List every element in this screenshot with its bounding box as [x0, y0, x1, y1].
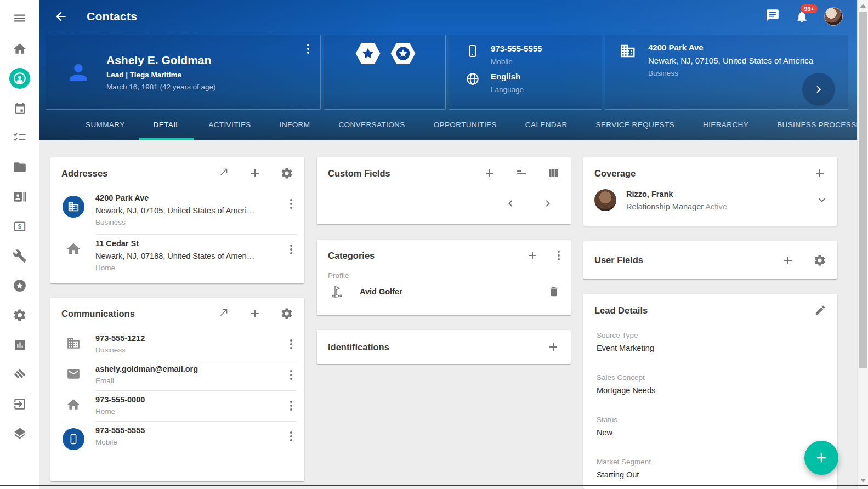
card-title: Lead Details	[594, 305, 648, 316]
sidebar-item-layers[interactable]	[12, 427, 27, 441]
tab-conversations[interactable]: CONVERSATIONS	[324, 111, 419, 140]
layers-icon	[13, 427, 27, 441]
add-icon[interactable]	[813, 167, 826, 180]
tab-hierarchy[interactable]: HIERARCHY	[689, 111, 763, 140]
address-row[interactable]: 4200 Park Ave Newark, NJ, 07105, United …	[50, 189, 304, 234]
language-value: English	[491, 72, 524, 81]
sidebar-item-billing[interactable]: $	[12, 219, 27, 234]
open-icon[interactable]	[218, 306, 230, 321]
tab-bar: SUMMARY DETAIL ACTIVITIES INFORM CONVERS…	[39, 111, 857, 140]
hexagon-star-badge[interactable]	[355, 42, 381, 65]
settings-gear-icon[interactable]	[280, 307, 293, 320]
add-icon[interactable]	[248, 167, 262, 180]
wrench-icon	[13, 249, 27, 263]
sidebar-item-calendar[interactable]	[12, 101, 27, 115]
tab-opportunities[interactable]: OPPORTUNITIES	[419, 111, 511, 140]
add-icon[interactable]	[547, 340, 560, 354]
home-icon	[13, 42, 27, 56]
communication-row[interactable]: ashely.goldman@email.org Email	[50, 360, 304, 390]
tab-calendar[interactable]: CALENDAR	[511, 111, 582, 140]
page-next-icon[interactable]	[541, 197, 554, 210]
settings-gear-icon[interactable]	[280, 167, 293, 180]
chevron-down-icon[interactable]	[815, 194, 829, 207]
header-next-button[interactable]	[802, 73, 835, 106]
quick-info-card: 973-555-5555 Mobile English Language	[449, 35, 602, 110]
tab-business-processes[interactable]: BUSINESS PROCESSES	[763, 111, 857, 140]
communication-value: 973-555-5555	[95, 426, 286, 435]
badges-card	[324, 35, 446, 110]
row-more-icon[interactable]	[290, 431, 292, 441]
communication-type: Business	[95, 346, 286, 354]
email-icon	[61, 367, 86, 381]
tab-summary[interactable]: SUMMARY	[71, 111, 139, 140]
sidebar-item-tools[interactable]	[12, 249, 27, 263]
address-row[interactable]: 11 Cedar St Newark, NJ, 07188, United St…	[50, 235, 304, 280]
coverage-avatar	[594, 189, 616, 211]
lead-field: Source Type Event Marketing	[597, 331, 824, 352]
communication-type: Home	[95, 407, 286, 416]
add-icon[interactable]	[483, 167, 496, 180]
edit-pencil-icon[interactable]	[814, 304, 826, 316]
language-row[interactable]: English Language	[449, 71, 602, 99]
communication-row[interactable]: 973-555-0000 Home	[50, 391, 304, 421]
user-avatar[interactable]	[824, 7, 843, 26]
page-prev-icon[interactable]	[504, 197, 517, 210]
communication-row[interactable]: 973-555-5555 Mobile	[50, 422, 304, 456]
row-more-icon[interactable]	[290, 401, 292, 411]
sidebar-item-directory[interactable]	[12, 190, 27, 204]
row-more-icon[interactable]	[290, 370, 292, 380]
sort-icon[interactable]	[515, 167, 528, 180]
communication-row[interactable]: 973-555-1212 Business	[50, 329, 304, 360]
tab-inform[interactable]: INFORM	[265, 111, 325, 140]
tab-service-requests[interactable]: SERVICE REQUESTS	[582, 111, 689, 140]
trash-icon[interactable]	[548, 286, 560, 298]
columns-icon[interactable]	[547, 167, 560, 180]
sidebar-item-settings[interactable]	[12, 308, 27, 322]
communication-value: 973-555-0000	[95, 395, 286, 404]
page-title: Contacts	[87, 10, 137, 23]
custom-fields-card: Custom Fields	[317, 157, 571, 224]
communication-type: Mobile	[95, 438, 286, 446]
sidebar-item-deals[interactable]	[12, 367, 27, 382]
tab-detail[interactable]: DETAIL	[139, 111, 195, 140]
row-more-icon[interactable]	[290, 339, 292, 349]
folder-icon	[13, 160, 27, 174]
scroll-down-arrow[interactable]	[858, 476, 868, 485]
sidebar-item-rewards[interactable]	[12, 278, 27, 293]
sidebar-item-folders[interactable]	[12, 160, 27, 174]
home-icon	[61, 397, 86, 412]
sidebar-item-contacts[interactable]	[9, 68, 30, 89]
sidebar-item-analytics[interactable]	[12, 338, 27, 352]
coverage-row[interactable]: Rizzo, Frank Relationship Manager Active	[583, 189, 837, 220]
notifications-bell[interactable]: 99+	[795, 10, 809, 24]
chat-icon[interactable]	[765, 8, 780, 25]
scroll-up-arrow[interactable]	[858, 1, 868, 10]
sidebar-item-exit[interactable]	[12, 397, 27, 411]
open-icon[interactable]	[218, 166, 230, 180]
contact-subtitle: Lead | Tiegs Maritime	[106, 71, 216, 79]
card-title: Addresses	[61, 168, 107, 179]
row-more-icon[interactable]	[290, 244, 292, 254]
add-icon[interactable]	[781, 254, 795, 267]
category-row[interactable]: Avid Golfer	[317, 282, 571, 308]
add-fab-button[interactable]	[804, 441, 838, 475]
back-arrow-icon[interactable]	[54, 9, 68, 24]
phone-row[interactable]: 973-555-5555 Mobile	[449, 43, 602, 71]
building-icon	[63, 196, 84, 218]
profile-more-icon[interactable]	[307, 44, 309, 54]
add-icon[interactable]	[248, 307, 262, 320]
building-icon	[61, 336, 86, 350]
card-title: Custom Fields	[328, 168, 390, 179]
scrollbar-thumb[interactable]	[859, 12, 867, 368]
sidebar-item-tasks[interactable]	[12, 130, 27, 145]
vertical-scrollbar[interactable]	[857, 0, 868, 489]
card-more-icon[interactable]	[558, 251, 560, 260]
sidebar-item-home[interactable]	[12, 42, 27, 56]
add-icon[interactable]	[526, 249, 539, 262]
settings-gear-icon[interactable]	[813, 254, 826, 267]
tab-activities[interactable]: ACTIVITIES	[194, 111, 265, 140]
row-more-icon[interactable]	[290, 199, 292, 209]
hexagon-circle-star-badge[interactable]	[390, 42, 416, 65]
coverage-role: Relationship Manager	[626, 202, 704, 211]
menu-icon[interactable]	[13, 11, 27, 25]
